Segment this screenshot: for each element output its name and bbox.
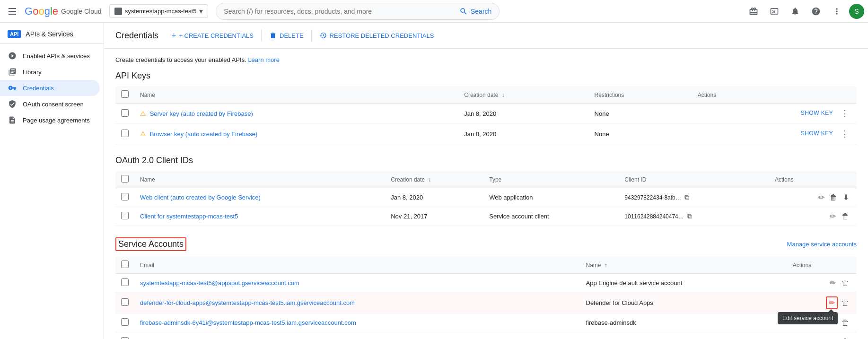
- oauth-client-link[interactable]: Client for systemtestapp-mcas-test5: [140, 213, 238, 220]
- warning-icon: ⚠: [140, 130, 146, 138]
- row-checkbox[interactable]: [121, 298, 129, 306]
- sidebar-item-credentials[interactable]: Credentials: [0, 80, 100, 96]
- sa-name-header[interactable]: Name ↑: [580, 257, 787, 274]
- creation-date: Jan 8, 2020: [385, 188, 483, 207]
- terminal-icon: [770, 7, 779, 16]
- row-checkbox[interactable]: [121, 109, 129, 117]
- help-icon: [811, 7, 821, 16]
- avatar[interactable]: S: [849, 4, 864, 19]
- service-accounts-table: Email Name ↑ Actions: [115, 257, 857, 339]
- sa-name: firebase-adminsdk: [580, 313, 787, 332]
- sidebar-item-enabled-apis[interactable]: Enabled APIs & services: [0, 48, 100, 64]
- google-cloud-logo[interactable]: Google Google Cloud: [25, 5, 102, 17]
- more-options-button[interactable]: ⋮: [839, 128, 851, 140]
- sa-name: systemtestapp-mcas-test5: [580, 332, 787, 339]
- sidebar-item-label: Enabled APIs & services: [23, 52, 90, 60]
- hamburger-menu-button[interactable]: [4, 3, 21, 20]
- more-options-button[interactable]: ⋮: [839, 107, 851, 120]
- table-row: ⚠ Server key (auto created by Firebase) …: [115, 104, 857, 124]
- copy-icon[interactable]: ⧉: [687, 212, 692, 220]
- sidebar-title: APIs & Services: [26, 30, 73, 38]
- project-selector[interactable]: systemtestapp-mcas-test5 ▾: [109, 4, 209, 18]
- delete-button[interactable]: 🗑: [840, 211, 851, 222]
- library-icon: [8, 68, 17, 76]
- delete-sa-button[interactable]: 🗑: [840, 278, 851, 288]
- learn-more-link[interactable]: Learn more: [248, 56, 279, 63]
- header-actions: + + CREATE CREDENTIALS DELETE RESTORE DE…: [166, 28, 439, 43]
- sidebar-item-library[interactable]: Library: [0, 64, 100, 80]
- oauth-icon: [8, 100, 17, 108]
- more-options-button[interactable]: [828, 3, 845, 20]
- edit-sa-button[interactable]: ✏: [826, 296, 838, 309]
- api-keys-actions-header: Actions: [692, 87, 857, 104]
- sort-up-icon: ↑: [605, 262, 607, 269]
- notifications-icon-button[interactable]: [787, 3, 804, 20]
- oauth-actions-header: Actions: [769, 171, 857, 188]
- api-key-link[interactable]: Browser key (auto created by Firebase): [150, 130, 258, 138]
- edit-sa-button[interactable]: ✏: [828, 336, 838, 339]
- main-layout: API APIs & Services Enabled APIs & servi…: [0, 23, 868, 339]
- oauth-select-all-checkbox[interactable]: [121, 175, 129, 183]
- search-button[interactable]: Search: [459, 7, 491, 16]
- sidebar-item-label: Library: [23, 69, 42, 76]
- row-checkbox[interactable]: [121, 193, 129, 200]
- edit-sa-button[interactable]: ✏: [828, 317, 838, 328]
- credentials-icon: [8, 84, 17, 92]
- delete-sa-button[interactable]: 🗑: [840, 337, 851, 339]
- copy-icon[interactable]: ⧉: [684, 193, 689, 201]
- row-checkbox[interactable]: [121, 130, 129, 137]
- help-icon-button[interactable]: [807, 3, 824, 20]
- edit-button[interactable]: ✏: [828, 211, 838, 222]
- terminal-icon-button[interactable]: [766, 3, 783, 20]
- page-header: Credentials + + CREATE CREDENTIALS DELET…: [104, 23, 868, 49]
- api-keys-section-title: API Keys: [115, 71, 857, 81]
- oauth-client-link[interactable]: Web client (auto created by Google Servi…: [140, 194, 261, 201]
- google-logo: Google: [25, 5, 58, 17]
- edit-sa-button[interactable]: ✏: [828, 278, 838, 288]
- page-title: Credentials: [115, 31, 158, 41]
- delete-sa-button[interactable]: 🗑: [840, 298, 851, 308]
- oauth-table: Name Creation date ↓ Type Client ID: [115, 171, 857, 226]
- delete-button[interactable]: 🗑: [828, 192, 839, 203]
- oauth-name-header: Name: [134, 171, 385, 188]
- manage-service-accounts-link[interactable]: Manage service accounts: [787, 241, 857, 248]
- show-key-button[interactable]: SHOW KEY: [797, 108, 837, 118]
- gift-icon-button[interactable]: [745, 3, 762, 20]
- sa-name: App Engine default service account: [580, 274, 787, 293]
- api-keys-date-header[interactable]: Creation date ↓: [458, 87, 588, 104]
- delete-button[interactable]: DELETE: [263, 29, 309, 42]
- oauth-type-header: Type: [483, 171, 619, 188]
- sidebar-item-page-usage[interactable]: Page usage agreements: [0, 112, 100, 128]
- table-row: ⚠ Browser key (auto created by Firebase)…: [115, 124, 857, 144]
- sa-select-all-checkbox[interactable]: [121, 261, 129, 268]
- row-checkbox[interactable]: [121, 212, 129, 219]
- gift-icon: [749, 7, 758, 16]
- creation-date: Jan 8, 2020: [458, 124, 588, 144]
- row-checkbox[interactable]: [121, 278, 129, 286]
- sa-email-link[interactable]: systemtestapp-mcas-test5@appspot.gservic…: [140, 279, 299, 287]
- edit-button[interactable]: ✏: [816, 192, 826, 203]
- sa-email-link[interactable]: firebase-adminsdk-6y41i@systemtestapp-mc…: [140, 319, 356, 326]
- sa-email-link[interactable]: defender-for-cloud-apps@systemtestapp-mc…: [140, 299, 355, 306]
- download-button[interactable]: ⬇: [841, 192, 851, 203]
- create-credentials-button[interactable]: + + CREATE CREDENTIALS: [166, 28, 259, 43]
- search-icon: [459, 7, 468, 16]
- topbar-right: S: [745, 3, 864, 20]
- oauth-date-header[interactable]: Creation date ↓: [385, 171, 483, 188]
- more-vert-icon: [832, 7, 842, 16]
- divider: [311, 30, 312, 41]
- table-row: defender-for-cloud-apps@systemtestapp-mc…: [115, 293, 857, 313]
- table-row: Web client (auto created by Google Servi…: [115, 188, 857, 207]
- show-key-button[interactable]: SHOW KEY: [797, 128, 837, 139]
- search-label: Search: [471, 8, 491, 15]
- api-keys-select-all-checkbox[interactable]: [121, 90, 129, 98]
- row-checkbox[interactable]: [121, 318, 129, 326]
- chevron-down-icon: ▾: [199, 7, 203, 16]
- delete-sa-button[interactable]: 🗑: [840, 318, 851, 328]
- search-input[interactable]: [224, 8, 459, 15]
- client-id: 943297822434-8atb…: [624, 194, 681, 201]
- restore-button[interactable]: RESTORE DELETED CREDENTIALS: [314, 29, 440, 42]
- row-checkbox[interactable]: [121, 337, 129, 339]
- api-key-link[interactable]: Server key (auto created by Firebase): [150, 110, 253, 117]
- sidebar-item-oauth-consent[interactable]: OAuth consent screen: [0, 96, 100, 112]
